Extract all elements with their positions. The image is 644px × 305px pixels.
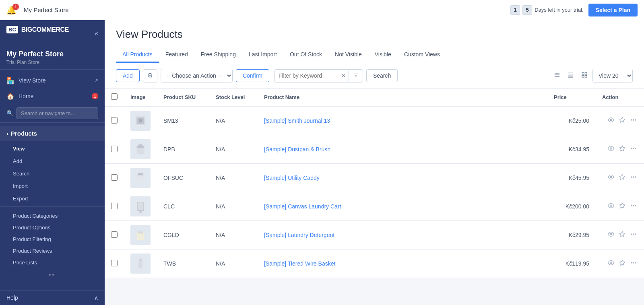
delete-button[interactable] <box>143 69 157 82</box>
product-link[interactable]: [Sample] Utility Caddy <box>264 175 320 181</box>
sidebar-link-options[interactable]: Product Options <box>0 222 105 233</box>
search-nav-icon: 🔍 <box>6 110 13 116</box>
view-count-select[interactable]: View 20 View 50 View 100 <box>592 69 633 82</box>
search-button[interactable]: Search <box>366 69 398 82</box>
row-checkbox[interactable] <box>111 231 118 238</box>
view-product-button[interactable] <box>607 116 615 126</box>
star-product-button[interactable] <box>618 116 626 126</box>
table-row: CGLD N/A [Sample] Laundry Detergent Kč29… <box>105 221 644 249</box>
confirm-button[interactable]: Confirm <box>236 69 269 82</box>
action-select[interactable]: -- Choose an Action -- Delete Set Visibl… <box>161 69 233 82</box>
sidebar-link-filtering[interactable]: Product Filtering <box>0 233 105 245</box>
trial-day-2: 5 <box>522 5 532 15</box>
sidebar-help[interactable]: Help ∧ <box>0 290 105 305</box>
compact-view-button[interactable] <box>565 70 576 81</box>
star-product-button[interactable] <box>618 202 626 211</box>
row-name-cell: [Sample] Laundry Detergent <box>258 221 547 249</box>
tab-featured[interactable]: Featured <box>159 47 194 63</box>
sidebar-link-pricelists[interactable]: Price Lists <box>0 257 105 268</box>
row-sku-cell: CLC <box>157 192 209 221</box>
toolbar-right: View 20 View 50 View 100 <box>551 69 633 82</box>
tab-last-import[interactable]: Last Import <box>242 47 283 63</box>
more-options-button[interactable] <box>630 144 638 154</box>
tab-not-visible[interactable]: Not Visible <box>328 47 368 63</box>
sidebar-item-view-store[interactable]: 🏪 View Store ↗ <box>0 73 105 89</box>
row-checkbox[interactable] <box>111 260 118 266</box>
products-section: ‹ Products View Add Search Import Export… <box>0 126 105 272</box>
sidebar-item-search[interactable]: Search <box>0 167 105 180</box>
row-image-cell <box>124 164 157 192</box>
product-link[interactable]: [Sample] Dustpan & Brush <box>264 146 330 152</box>
svg-point-17 <box>139 119 142 123</box>
row-checkbox[interactable] <box>111 146 118 152</box>
svg-point-38 <box>635 177 636 177</box>
view-product-button[interactable] <box>607 230 615 240</box>
sidebar-item-view[interactable]: View <box>0 142 105 155</box>
row-stock-cell: N/A <box>209 135 258 164</box>
svg-marker-43 <box>619 203 625 208</box>
filter-keyword-input[interactable] <box>275 70 339 82</box>
row-stock-cell: N/A <box>209 192 258 221</box>
star-product-button[interactable] <box>618 144 626 154</box>
sidebar-link-reviews[interactable]: Product Reviews <box>0 245 105 257</box>
filter-group: ✕ <box>274 69 363 82</box>
tab-visible[interactable]: Visible <box>368 47 398 63</box>
view-product-button[interactable] <box>607 202 615 211</box>
tab-free-shipping[interactable]: Free Shipping <box>194 47 242 63</box>
product-link[interactable]: [Sample] Laundry Detergent <box>264 232 334 238</box>
more-options-button[interactable] <box>630 230 638 240</box>
svg-marker-50 <box>619 231 625 237</box>
view-product-button[interactable] <box>607 173 615 183</box>
sidebar-collapse-button[interactable]: « <box>95 30 98 37</box>
product-image <box>130 139 151 159</box>
store-icon: 🏪 <box>6 77 14 84</box>
filter-options-button[interactable] <box>349 70 363 82</box>
tab-all-products[interactable]: All Products <box>116 47 159 63</box>
view-product-button[interactable] <box>607 259 615 268</box>
sidebar-item-home[interactable]: 🏠 Home 1 <box>0 89 105 104</box>
top-bar-right: 1 5 Days left in your trial. Select a Pl… <box>510 4 638 16</box>
product-link[interactable]: [Sample] Tiered Wire Basket <box>264 260 335 267</box>
grid-view-button[interactable] <box>579 70 590 81</box>
product-link[interactable]: [Sample] Smith Journal 13 <box>264 117 330 124</box>
row-image-cell <box>124 249 157 278</box>
select-all-checkbox[interactable] <box>111 93 118 100</box>
svg-point-42 <box>610 205 612 206</box>
sidebar-search-input[interactable] <box>17 107 98 119</box>
list-view-button[interactable] <box>551 70 563 81</box>
more-options-button[interactable] <box>630 259 638 268</box>
sidebar-item-import[interactable]: Import <box>0 180 105 192</box>
row-checkbox[interactable] <box>111 174 118 181</box>
notification-bell[interactable]: 🔔 1 <box>6 5 17 15</box>
row-checkbox[interactable] <box>111 117 118 124</box>
more-options-button[interactable] <box>630 116 638 126</box>
logo-icon: BC <box>6 26 18 33</box>
products-header[interactable]: ‹ Products <box>0 126 105 141</box>
more-options-button[interactable] <box>630 173 638 183</box>
row-checkbox[interactable] <box>111 203 118 209</box>
product-image <box>130 225 151 245</box>
view-product-button[interactable] <box>607 144 615 154</box>
star-product-button[interactable] <box>618 230 626 240</box>
filter-clear-button[interactable]: ✕ <box>339 72 349 79</box>
star-product-button[interactable] <box>618 173 626 183</box>
tab-out-of-stock[interactable]: Out Of Stock <box>283 47 328 63</box>
sidebar-item-add[interactable]: Add <box>0 155 105 167</box>
more-options-button[interactable] <box>630 202 638 211</box>
svg-point-63 <box>633 262 634 263</box>
svg-point-29 <box>633 148 634 149</box>
svg-rect-12 <box>585 72 587 74</box>
svg-point-52 <box>633 234 634 235</box>
row-name-cell: [Sample] Tiered Wire Basket <box>258 249 547 278</box>
sidebar-item-export[interactable]: Export <box>0 192 105 205</box>
product-link[interactable]: [Sample] Canvas Laundry Cart <box>264 203 341 210</box>
svg-rect-14 <box>585 75 587 77</box>
add-button[interactable]: Add <box>116 69 140 82</box>
tab-custom-views[interactable]: Custom Views <box>398 47 446 63</box>
sidebar-link-categories[interactable]: Product Categories <box>0 210 105 222</box>
content-header: View Products All Products Featured Free… <box>105 20 644 63</box>
select-plan-button[interactable]: Select a Plan <box>588 4 638 16</box>
svg-point-26 <box>610 148 612 149</box>
table-row: DPB N/A [Sample] Dustpan & Brush Kč34.95 <box>105 135 644 164</box>
star-product-button[interactable] <box>618 259 626 268</box>
